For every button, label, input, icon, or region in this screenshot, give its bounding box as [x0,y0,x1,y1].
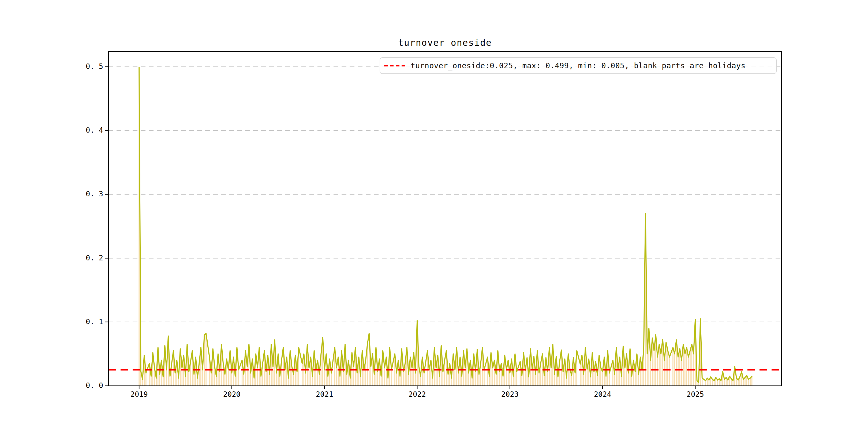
trading-day-bar [260,376,261,386]
trading-day-bar [544,376,545,386]
trading-day-bar [331,373,332,386]
plot-border [108,52,781,386]
trading-day-bar [328,376,329,386]
trading-day-bar [551,368,552,386]
trading-day-bar [669,357,670,386]
trading-day-bar [276,373,277,386]
trading-day-bar [721,381,722,386]
trading-day-bar [377,372,378,386]
trading-day-bar [350,378,351,386]
trading-day-bar [370,367,371,386]
trading-day-bar [571,376,572,386]
trading-day-bar [614,374,615,386]
x-tick-label: 2024 [584,390,621,398]
trading-day-bar [673,347,674,386]
trading-day-bar [468,373,469,386]
trading-day-bar [650,360,651,386]
trading-day-bar [250,373,251,386]
trading-day-bar [384,368,385,386]
trading-day-bar [689,351,691,386]
trading-day-bar [532,369,533,386]
trading-day-bar [312,376,313,386]
trading-day-bar [432,378,433,386]
y-tick-label: 0. 3 [74,190,103,198]
trading-day-bar [684,354,686,386]
trading-day-bar [664,360,665,386]
trading-day-bar [216,376,217,386]
trading-day-bar [364,370,365,386]
trading-day-bar [188,372,189,386]
trading-day-bar [228,370,229,386]
trading-day-bar [621,376,622,386]
trading-day-bar [243,374,244,386]
y-tick-label: 0. 4 [74,126,103,134]
trading-day-bar [408,374,409,386]
trading-day-bar [471,378,472,386]
trading-day-bar [606,376,607,386]
trading-day-bar [499,372,500,386]
trading-day-bar [388,378,389,386]
trading-day-bar [597,376,598,386]
trading-day-bar [429,370,430,386]
trading-day-bar [391,370,392,386]
trading-day-bar [142,379,143,386]
trading-day-bar [336,368,337,386]
trading-day-bar [178,378,179,386]
trading-day-bar [146,373,147,386]
trading-day-bar [346,374,347,386]
trading-day-bar [738,380,739,386]
trading-day-bar [688,357,689,386]
trading-day-bar [163,377,164,386]
trading-day-bar [538,373,539,386]
trading-day-bar [166,370,167,386]
trading-day-bar [451,378,452,386]
trading-day-bar [381,376,382,386]
trading-day-bar [288,378,289,386]
trading-day-bar [475,372,476,386]
trading-day-bar [231,373,232,386]
trading-day-bar [660,354,661,386]
trading-day-bar [492,368,493,386]
trading-day-bar [175,373,176,386]
trading-day-bar [399,376,401,386]
trading-day-bar [235,376,236,386]
trading-day-bar [360,376,361,386]
trading-day-bar [202,370,203,386]
trading-day-bar [403,372,404,386]
trading-day-bar [702,378,703,386]
trading-day-bar [593,372,594,386]
trading-day-bar [458,373,459,386]
trading-day-bar [238,370,239,386]
trading-day-bar [631,376,632,386]
trading-day-bar [724,379,725,386]
y-tick-label: 0. 5 [74,62,103,70]
trading-day-bar [489,376,490,386]
trading-day-bar [156,378,157,386]
trading-day-bar [339,376,341,386]
legend-label: turnover_oneside:0.025, max: 0.499, min:… [411,61,746,70]
trading-day-bar [206,334,207,386]
trading-day-bar [587,369,588,386]
trading-day-bar [197,378,198,386]
trading-day-bar [638,374,639,386]
trading-day-bar [151,376,152,386]
trading-day-bar [563,372,564,386]
trading-day-bar [590,377,591,386]
trading-day-bar [454,370,456,386]
trading-day-bar [185,376,186,386]
trading-day-bar [521,376,522,386]
trading-day-bar [750,378,751,386]
chart-title: turnover oneside [108,37,781,48]
trading-day-bar [678,357,679,386]
trading-day-bar [436,368,437,386]
trading-day-bar [733,381,734,386]
x-tick-label: 2021 [306,390,343,398]
trading-day-bar [509,373,510,386]
trading-day-bar [554,374,555,386]
trading-day-bar [600,368,601,386]
y-tick-label: 0. 2 [74,254,103,262]
turnover-line [139,67,752,383]
trading-day-bar [496,374,497,386]
trading-day-bar [748,379,749,386]
trading-day-bar [714,381,715,386]
